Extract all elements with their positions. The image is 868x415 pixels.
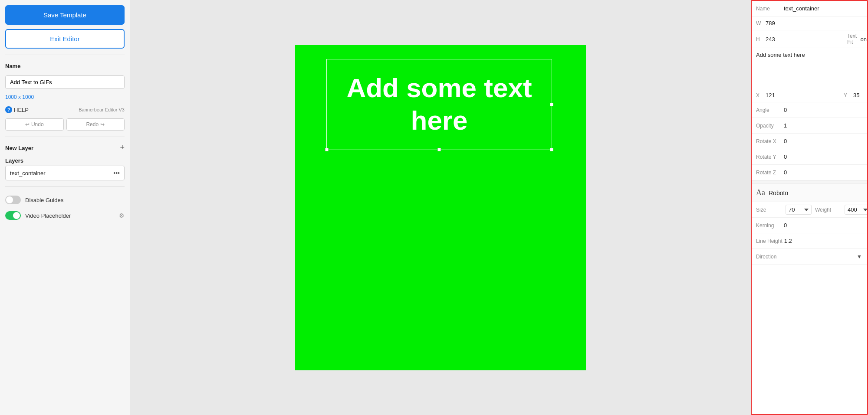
- save-template-button[interactable]: Save Template: [5, 5, 125, 25]
- font-name: Roboto: [769, 190, 788, 196]
- rp-direction-label: Direction: [756, 254, 782, 260]
- layer-menu-button[interactable]: •••: [113, 170, 120, 176]
- undo-label: Undo: [31, 121, 44, 127]
- rp-x-label: X: [756, 92, 762, 98]
- rp-xy-row: X Y: [752, 88, 867, 102]
- rp-line-height-label: Line Height: [756, 238, 783, 244]
- rp-angle-input[interactable]: [782, 106, 863, 114]
- rp-h-textfit-row: H Text Fit on ▼ i: [752, 30, 867, 48]
- text-layer[interactable]: Add some text here: [326, 59, 552, 150]
- rp-rotate-x-row: Rotate X: [752, 134, 867, 149]
- rp-size-weight-row: Size 70 Weight 400: [752, 202, 867, 218]
- help-text: HELP: [14, 107, 29, 113]
- canvas-wrapper: Add some text here: [295, 45, 586, 370]
- disable-guides-slider: [5, 196, 21, 204]
- rp-line-height-input[interactable]: [783, 237, 863, 245]
- rp-rotate-x-input[interactable]: [782, 137, 863, 145]
- redo-button[interactable]: Redo ↪: [66, 118, 125, 131]
- rp-size-label: Size: [756, 207, 782, 213]
- resize-handle-br[interactable]: [550, 148, 553, 151]
- rp-x-input[interactable]: [764, 91, 840, 99]
- rp-weight-select[interactable]: 400: [845, 205, 868, 215]
- video-placeholder-slider: [5, 211, 21, 220]
- rp-name-input[interactable]: [782, 4, 863, 13]
- rp-font-row: Aa Roboto: [752, 184, 867, 202]
- template-name-input[interactable]: [5, 75, 125, 89]
- editor-version: Bannerbear Editor V3: [79, 107, 125, 112]
- rp-line-height-row: Line Height: [752, 233, 867, 249]
- new-layer-row: New Layer +: [5, 143, 125, 151]
- sidebar: Save Template Exit Editor Name 1000 x 10…: [0, 0, 130, 415]
- text-fit-label: Text Fit: [847, 33, 858, 45]
- rp-y-group: Y: [844, 91, 868, 99]
- layers-section: Layers text_container •••: [5, 156, 125, 180]
- canvas-text: Add some text here: [327, 72, 552, 137]
- undo-arrow-icon: ↩: [25, 121, 30, 127]
- canvas-background[interactable]: Add some text here: [295, 45, 586, 370]
- rp-size-select[interactable]: 70: [786, 205, 812, 215]
- section-divider-1: [752, 180, 867, 184]
- exit-editor-button[interactable]: Exit Editor: [5, 29, 125, 49]
- template-dimensions: 1000 x 1000: [5, 94, 125, 100]
- redo-label: Redo: [86, 121, 99, 127]
- rp-kerning-label: Kerning: [756, 222, 782, 229]
- rp-w-label: W: [756, 20, 762, 26]
- rp-w-group: W: [756, 19, 863, 27]
- rp-name-row: Name: [752, 1, 867, 16]
- disable-guides-toggle[interactable]: [5, 196, 21, 204]
- font-icon: Aa: [756, 188, 765, 197]
- rp-rotate-z-input[interactable]: [782, 168, 863, 176]
- rp-h-input[interactable]: [764, 35, 840, 43]
- rp-rotate-x-label: Rotate X: [756, 138, 782, 144]
- help-icon: ?: [5, 106, 12, 113]
- rp-y-input[interactable]: [852, 91, 868, 99]
- redo-arrow-icon: ↪: [100, 121, 105, 127]
- resize-handle-bl[interactable]: [325, 148, 329, 151]
- help-row: ? HELP Bannerbear Editor V3: [5, 106, 125, 113]
- rp-x-group: X: [756, 91, 840, 99]
- rp-angle-row: Angle: [752, 102, 867, 118]
- rp-y-label: Y: [844, 92, 850, 98]
- rp-kerning-row: Kerning: [752, 218, 867, 233]
- new-layer-label: New Layer: [5, 145, 33, 151]
- resize-handle-mr[interactable]: [550, 103, 553, 106]
- add-layer-button[interactable]: +: [120, 144, 125, 151]
- undo-button[interactable]: ↩ Undo: [5, 118, 64, 131]
- rp-opacity-row: Opacity: [752, 118, 867, 134]
- rp-text-textarea[interactable]: Add some text here: [752, 48, 867, 87]
- video-placeholder-row: Video Placeholder ⚙: [5, 211, 125, 220]
- rp-opacity-label: Opacity: [756, 123, 782, 129]
- rp-rotate-z-row: Rotate Z: [752, 165, 867, 180]
- rp-direction-row: Direction ▼: [752, 249, 867, 265]
- right-panel: Name W H Text Fit on ▼ i Add some text h…: [751, 0, 868, 415]
- rp-weight-label: Weight: [815, 207, 841, 213]
- rp-kerning-input[interactable]: [782, 221, 863, 229]
- rp-w-row: W: [752, 16, 867, 30]
- text-fit-value: on: [860, 36, 866, 42]
- rp-name-label: Name: [756, 6, 782, 12]
- rp-rotate-z-label: Rotate Z: [756, 170, 782, 176]
- rp-rotate-y-row: Rotate Y: [752, 149, 867, 165]
- resize-handle-bc[interactable]: [437, 148, 441, 151]
- rp-angle-label: Angle: [756, 107, 782, 113]
- layer-item[interactable]: text_container •••: [5, 166, 125, 180]
- rp-rotate-y-input[interactable]: [782, 153, 863, 161]
- rp-rotate-y-label: Rotate Y: [756, 154, 782, 160]
- help-label[interactable]: ? HELP: [5, 106, 29, 113]
- direction-dropdown[interactable]: ▼: [856, 253, 863, 261]
- layers-label: Layers: [5, 157, 125, 164]
- text-fit-group: Text Fit on ▼ i: [847, 33, 868, 45]
- undo-redo-row: ↩ Undo Redo ↪: [5, 118, 125, 131]
- video-placeholder-toggle[interactable]: [5, 211, 21, 220]
- video-placeholder-settings-button[interactable]: ⚙: [119, 212, 125, 219]
- disable-guides-row: Disable Guides: [5, 196, 125, 204]
- rp-h-group: H: [756, 35, 840, 43]
- disable-guides-label: Disable Guides: [25, 197, 63, 203]
- video-placeholder-label: Video Placeholder: [25, 212, 71, 219]
- canvas-area: Add some text here: [130, 0, 751, 415]
- rp-opacity-input[interactable]: [782, 121, 863, 130]
- layer-name: text_container: [10, 170, 46, 176]
- name-section-label: Name: [5, 63, 125, 69]
- rp-h-label: H: [756, 36, 762, 42]
- rp-w-input[interactable]: [764, 19, 863, 27]
